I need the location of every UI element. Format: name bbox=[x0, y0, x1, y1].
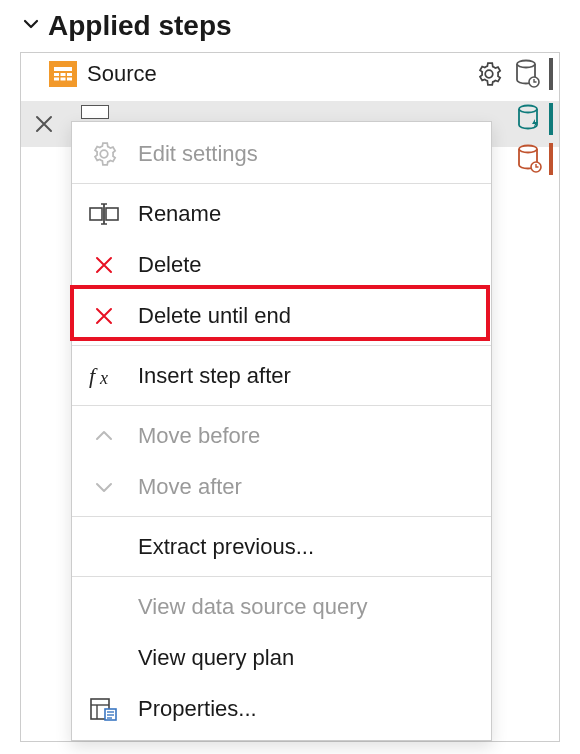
menu-label: Delete until end bbox=[138, 303, 291, 329]
svg-point-8 bbox=[517, 61, 535, 68]
step-label: Source bbox=[87, 61, 463, 87]
menu-label: View data source query bbox=[138, 594, 368, 620]
delete-step-x[interactable] bbox=[27, 107, 61, 141]
gear-icon[interactable] bbox=[473, 58, 505, 90]
applied-steps-header[interactable]: Applied steps bbox=[0, 4, 580, 52]
database-icon[interactable] bbox=[511, 58, 543, 90]
database-lightning-icon[interactable] bbox=[513, 103, 545, 135]
step-row-actions bbox=[473, 58, 553, 90]
menu-label: Insert step after bbox=[138, 363, 291, 389]
gear-icon bbox=[88, 138, 120, 170]
menu-label: Extract previous... bbox=[138, 534, 314, 560]
fx-icon: f x bbox=[88, 360, 120, 392]
chevron-up-icon bbox=[88, 420, 120, 452]
menu-delete[interactable]: Delete bbox=[72, 239, 491, 290]
x-icon-red bbox=[88, 300, 120, 332]
menu-move-after: Move after bbox=[72, 461, 491, 512]
database-clock-icon[interactable] bbox=[513, 143, 545, 175]
step-row-source[interactable]: Source bbox=[21, 53, 559, 95]
svg-point-10 bbox=[519, 106, 537, 113]
svg-rect-7 bbox=[67, 78, 72, 81]
status-bar bbox=[549, 58, 553, 90]
menu-extract-previous[interactable]: Extract previous... bbox=[72, 521, 491, 572]
rename-icon bbox=[88, 198, 120, 230]
x-icon-red bbox=[88, 249, 120, 281]
chevron-down-icon bbox=[22, 15, 40, 37]
menu-label: Properties... bbox=[138, 696, 257, 722]
menu-label: View query plan bbox=[138, 645, 294, 671]
menu-label: Move before bbox=[138, 423, 260, 449]
menu-edit-settings: Edit settings bbox=[72, 128, 491, 179]
menu-separator bbox=[72, 576, 491, 577]
chevron-down-icon bbox=[88, 471, 120, 503]
svg-rect-14 bbox=[106, 208, 118, 220]
menu-view-query-plan[interactable]: View query plan bbox=[72, 632, 491, 683]
menu-rename[interactable]: Rename bbox=[72, 188, 491, 239]
applied-steps-title: Applied steps bbox=[48, 10, 232, 42]
svg-point-11 bbox=[519, 146, 537, 153]
menu-label: Rename bbox=[138, 201, 221, 227]
svg-rect-3 bbox=[61, 73, 66, 76]
svg-text:f: f bbox=[89, 363, 98, 388]
table-icon bbox=[49, 61, 77, 87]
menu-insert-step-after[interactable]: f x Insert step after bbox=[72, 350, 491, 401]
applied-steps-panel: Source bbox=[20, 52, 560, 742]
side-status-icons bbox=[513, 103, 553, 175]
menu-label: Edit settings bbox=[138, 141, 258, 167]
properties-icon bbox=[88, 693, 120, 725]
menu-separator bbox=[72, 345, 491, 346]
svg-rect-13 bbox=[90, 208, 102, 220]
status-bar-teal bbox=[549, 103, 553, 135]
svg-text:x: x bbox=[99, 368, 108, 388]
menu-label: Move after bbox=[138, 474, 242, 500]
svg-rect-4 bbox=[67, 73, 72, 76]
menu-delete-until-end[interactable]: Delete until end bbox=[72, 290, 491, 341]
menu-separator bbox=[72, 183, 491, 184]
context-menu: Edit settings Rename Delete bbox=[71, 121, 492, 741]
menu-separator bbox=[72, 516, 491, 517]
svg-rect-1 bbox=[54, 67, 72, 71]
menu-properties[interactable]: Properties... bbox=[72, 683, 491, 734]
svg-rect-6 bbox=[61, 78, 66, 81]
menu-move-before: Move before bbox=[72, 410, 491, 461]
menu-view-data-source-query: View data source query bbox=[72, 581, 491, 632]
menu-separator bbox=[72, 405, 491, 406]
step-icon-placeholder bbox=[81, 105, 109, 119]
svg-rect-2 bbox=[54, 73, 59, 76]
menu-label: Delete bbox=[138, 252, 202, 278]
svg-rect-5 bbox=[54, 78, 59, 81]
status-bar-orange bbox=[549, 143, 553, 175]
